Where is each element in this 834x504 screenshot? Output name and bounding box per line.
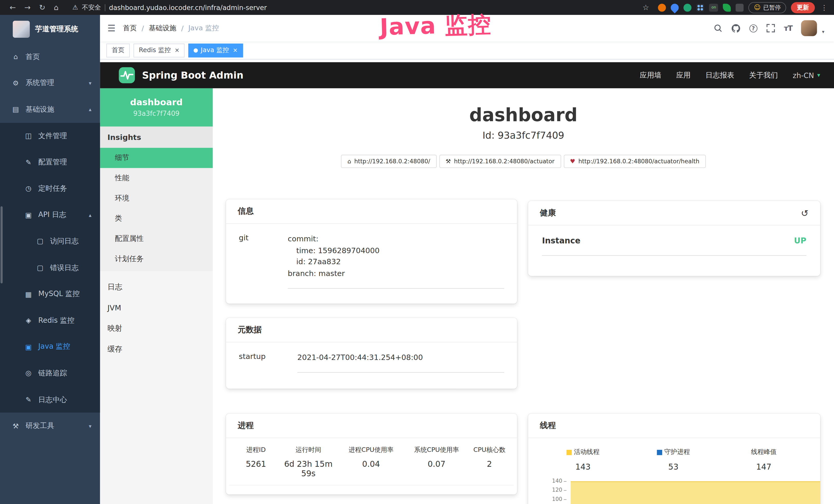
sidebar-item-config-management[interactable]: ✎ 配置管理 [0, 149, 100, 176]
actuator-url-button[interactable]: ⚒ http://192.168.0.2:48080/actuator [439, 155, 561, 168]
breadcrumb-item-current: Java 监控 [188, 23, 219, 33]
sidebar-item-label: API 日志 [38, 210, 66, 220]
extension-icon-4[interactable] [697, 3, 705, 11]
sba-menu-applications[interactable]: 应用 [676, 70, 691, 80]
heart-icon: ♥ [570, 158, 575, 165]
status-badge: UP [794, 236, 806, 246]
fullscreen-icon[interactable] [766, 24, 775, 32]
sidebar-item-system[interactable]: ⚙ 系统管理 ▾ [0, 70, 100, 96]
tab-java-monitor[interactable]: Java 监控 × [189, 43, 243, 57]
sba-brand[interactable]: Spring Boot Admin [100, 67, 243, 84]
sba-menu-journal[interactable]: 日志报表 [706, 70, 734, 80]
kebab-menu-icon[interactable]: ⋮ [821, 3, 828, 11]
sba-menu-about[interactable]: 关于我们 [749, 70, 778, 80]
sidebar-item-java-monitor[interactable]: ▣ Java 监控 [0, 334, 100, 360]
sba-item-scheduled-tasks[interactable]: 计划任务 [100, 249, 213, 269]
back-icon[interactable]: ← [9, 3, 16, 12]
threads-chart: 140 120 100 [538, 480, 811, 504]
font-size-icon[interactable]: тT [784, 24, 792, 32]
sidebar-item-error-logs[interactable]: ▢ 错误日志 [0, 254, 100, 281]
sidebar-item-label: 错误日志 [50, 263, 79, 272]
hamburger-icon[interactable]: ☰ [100, 23, 123, 33]
link-label: http://192.168.0.2:48080/actuator [454, 158, 554, 165]
extension-icon-5[interactable] [723, 3, 731, 11]
sba-item-details[interactable]: 细节 [100, 148, 213, 168]
insights-items: 细节 性能 环境 类 配置属性 计划任务 [100, 148, 213, 271]
paused-badge[interactable]: ☺ 已暂停 [749, 2, 786, 13]
history-icon[interactable]: ↺ [801, 208, 809, 218]
column-header: 进程CPU使用率 [338, 445, 404, 455]
extension-icon-2[interactable] [670, 2, 681, 13]
forward-icon[interactable]: → [24, 3, 30, 12]
info-line: id: 27aa832 [288, 256, 504, 268]
page-subtitle: Id: 93a3fc7f7409 [213, 130, 834, 141]
sidebar-group-insights[interactable]: Insights [100, 127, 213, 148]
sba-menu: 应用墙 应用 日志报表 关于我们 zh-CN ▾ [640, 70, 820, 80]
screen: ← → ↻ ⌂ ⚠ 不安全 dashboard.yudao.iocoder.cn… [0, 0, 834, 504]
instance-header[interactable]: dashboard 93a3fc7f7409 [100, 88, 213, 127]
sba-item-metrics[interactable]: 性能 [100, 168, 213, 188]
sidebar-item-redis-monitor[interactable]: ◈ Redis 监控 [0, 307, 100, 334]
breadcrumb: 首页 / 基础设施 / Java 监控 [123, 23, 219, 33]
update-button[interactable]: 更新 [791, 2, 815, 13]
sidebar-item-label: 日志中心 [38, 395, 67, 404]
bookmark-star-icon[interactable]: ☆ [642, 3, 649, 12]
column-header: 运行时间 [279, 445, 338, 455]
sidebar-item-tracing[interactable]: ◎ 链路追踪 [0, 360, 100, 386]
sidebar-item-file-management[interactable]: ◫ 文件管理 [0, 123, 100, 149]
sba-item-mappings[interactable]: 映射 [100, 318, 213, 339]
close-icon[interactable]: × [233, 47, 238, 54]
sba-navbar: Spring Boot Admin 应用墙 应用 日志报表 关于我们 zh-CN… [100, 62, 834, 88]
legend-text: 守护进程 [664, 448, 690, 457]
sba-item-config-props[interactable]: 配置属性 [100, 229, 213, 249]
breadcrumb-item[interactable]: 首页 [123, 23, 137, 33]
help-icon[interactable]: ? [749, 24, 757, 32]
sba-item-beans[interactable]: 类 [100, 208, 213, 229]
health-url-button[interactable]: ♥ http://192.168.0.2:48080/actuator/heal… [564, 155, 706, 168]
github-icon[interactable] [731, 24, 740, 32]
info-value: commit: time: 1596289704000 id: 27aa832 … [288, 233, 504, 289]
sba-item-jvm[interactable]: JVM [100, 297, 213, 318]
chevron-up-icon: ▴ [89, 212, 91, 218]
sidebar-item-scheduled-jobs[interactable]: ◷ 定时任务 [0, 175, 100, 202]
tab-label: Java 监控 [201, 46, 229, 55]
sba-item-caches[interactable]: 缓存 [100, 339, 213, 360]
security-label[interactable]: 不安全 [82, 3, 101, 12]
address-bar[interactable]: ⚠ 不安全 dashboard.yudao.iocoder.cn/infra/a… [72, 3, 267, 12]
sba-item-logging[interactable]: 日志 [100, 276, 213, 297]
sidebar-item-mysql-monitor[interactable]: ▦ MySQL 监控 [0, 281, 100, 307]
legend-color-swatch [657, 450, 662, 455]
chevron-down-icon: ▾ [89, 423, 91, 429]
sidebar-item-label: 首页 [25, 52, 40, 62]
extension-icon-3[interactable] [684, 3, 692, 11]
sidebar-item-label: Java 监控 [38, 342, 70, 351]
sidebar-item-infrastructure[interactable]: ▤ 基础设施 ▴ [0, 96, 100, 123]
browser-home-icon[interactable]: ⌂ [54, 3, 59, 12]
user-avatar[interactable] [802, 20, 817, 36]
extension-icon-1[interactable] [658, 3, 666, 11]
language-selector[interactable]: zh-CN ▾ [793, 71, 820, 79]
url-text[interactable]: dashboard.yudao.iocoder.cn/infra/admin-s… [109, 3, 267, 11]
search-icon[interactable] [714, 24, 722, 32]
sidebar-item-access-logs[interactable]: ▢ 访问日志 [0, 228, 100, 255]
breadcrumb-item[interactable]: 基础设施 [149, 23, 176, 33]
sba-menu-wallboard[interactable]: 应用墙 [640, 70, 661, 80]
app-logo[interactable]: 芋道管理系统 [0, 15, 100, 44]
close-icon[interactable]: × [175, 47, 179, 54]
tab-redis-monitor[interactable]: Redis 监控 × [134, 43, 185, 57]
caret-down-icon[interactable]: ▾ [822, 29, 824, 35]
extension-on-badge[interactable]: on [709, 3, 718, 11]
legend-value: 53 [628, 462, 719, 472]
sidebar-item-label: 定时任务 [38, 184, 67, 193]
service-url-button[interactable]: ⌂ http://192.168.0.2:48080/ [341, 155, 437, 168]
sidebar-item-log-center[interactable]: ✎ 日志中心 [0, 386, 100, 413]
sidebar-scrollbar[interactable] [1, 206, 3, 283]
sidebar-item-api-logs[interactable]: ▣ API 日志 ▴ [0, 202, 100, 228]
sidebar-item-dev-tools[interactable]: ⚒ 研发工具 ▾ [0, 413, 100, 439]
sidebar-item-home[interactable]: ⌂ 首页 [0, 44, 100, 70]
tab-home[interactable]: 首页 [106, 43, 130, 57]
reload-icon[interactable]: ↻ [39, 3, 45, 12]
card-header: 进程 [226, 414, 517, 438]
sba-item-environment[interactable]: 环境 [100, 188, 213, 208]
puzzle-extension-icon[interactable] [736, 3, 744, 11]
